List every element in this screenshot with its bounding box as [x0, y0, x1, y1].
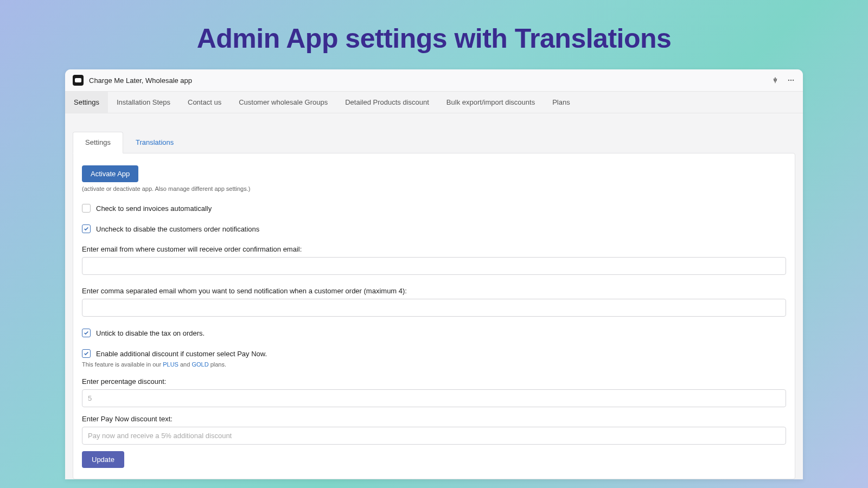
- app-window: Charge Me Later, Wholesale app Settings …: [65, 69, 803, 479]
- paynow-text-label: Enter Pay Now discount text:: [82, 415, 786, 423]
- tab-contact-us[interactable]: Contact us: [179, 92, 230, 113]
- content-area: Settings Translations Activate App (acti…: [65, 113, 803, 479]
- tab-detailed-products-discount[interactable]: Detailed Products discount: [336, 92, 438, 113]
- checkbox-send-invoices-label: Check to send invoices automatically: [96, 204, 212, 213]
- svg-point-3: [790, 80, 792, 81]
- percentage-discount-input[interactable]: [82, 389, 786, 407]
- more-icon[interactable]: [787, 76, 795, 84]
- email-from-input[interactable]: [82, 257, 786, 275]
- checkbox-paynow-discount-label: Enable additional discount if customer s…: [96, 350, 267, 358]
- feature-note-post: plans.: [209, 361, 226, 368]
- inner-tabs: Settings Translations: [73, 132, 795, 153]
- inner-tab-translations[interactable]: Translations: [123, 132, 186, 153]
- email-from-label: Enter email from where customer will rec…: [82, 245, 786, 253]
- pin-icon[interactable]: [771, 76, 779, 84]
- checkbox-tax-label: Untick to disable the tax on orders.: [96, 329, 205, 337]
- plus-plan-link[interactable]: PLUS: [163, 361, 178, 368]
- checkbox-order-notifications-label: Uncheck to disable the customers order n…: [96, 225, 259, 233]
- app-icon: [73, 75, 84, 86]
- percentage-discount-label: Enter percentage discount:: [82, 377, 786, 386]
- titlebar: Charge Me Later, Wholesale app: [65, 69, 803, 92]
- checkbox-send-invoices[interactable]: [82, 204, 91, 213]
- activate-hint: (activate or deactivate app. Also manage…: [82, 185, 786, 192]
- feature-note-and: and: [178, 361, 192, 368]
- feature-note: This feature is available in our PLUS an…: [82, 361, 786, 368]
- app-name: Charge Me Later, Wholesale app: [89, 76, 771, 85]
- tab-customer-wholesale-groups[interactable]: Customer wholesale Groups: [230, 92, 336, 113]
- inner-tab-settings[interactable]: Settings: [73, 132, 123, 153]
- main-tabs: Settings Installation Steps Contact us C…: [65, 92, 803, 113]
- notify-emails-label: Enter comma separated email whom you wan…: [82, 287, 786, 295]
- notify-emails-input[interactable]: [82, 299, 786, 317]
- tab-bulk-export-import[interactable]: Bulk export/import discounts: [438, 92, 544, 113]
- checkbox-order-notifications[interactable]: [82, 224, 91, 233]
- paynow-text-input[interactable]: [82, 427, 786, 445]
- tab-settings[interactable]: Settings: [65, 92, 108, 113]
- update-button[interactable]: Update: [82, 451, 124, 468]
- checkbox-paynow-discount[interactable]: [82, 349, 91, 358]
- activate-app-button[interactable]: Activate App: [82, 165, 138, 182]
- checkbox-tax[interactable]: [82, 329, 91, 337]
- tab-plans[interactable]: Plans: [544, 92, 579, 113]
- svg-point-2: [788, 80, 789, 81]
- settings-panel: Activate App (activate or deactivate app…: [73, 153, 795, 479]
- gold-plan-link[interactable]: GOLD: [192, 361, 208, 368]
- feature-note-pre: This feature is available in our: [82, 361, 163, 368]
- page-heading: Admin App settings with Translations: [0, 0, 868, 69]
- svg-point-4: [793, 80, 794, 81]
- tab-installation-steps[interactable]: Installation Steps: [108, 92, 179, 113]
